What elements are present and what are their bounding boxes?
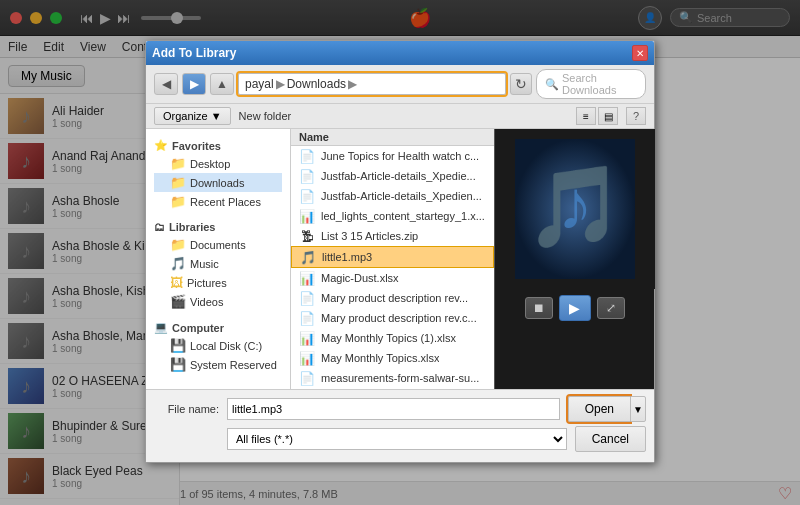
file-type-select[interactable]: All files (*.*) (227, 428, 567, 450)
breadcrumb-part1: payal (245, 77, 274, 91)
file-icon: 📊 (299, 350, 315, 366)
open-button[interactable]: Open (568, 396, 630, 422)
column-name: Name (299, 131, 329, 143)
folder-icon: 📁 (170, 175, 186, 190)
breadcrumb-part2: Downloads (287, 77, 346, 91)
new-folder-button[interactable]: New folder (239, 110, 292, 122)
file-name-label: File name: (154, 403, 219, 415)
hdd-icon: 💾 (170, 357, 186, 372)
tree-downloads[interactable]: 📁 Downloads (154, 173, 282, 192)
folder-icon: 🎵 (170, 256, 186, 271)
file-name: May Monthly Topics.xlsx (321, 352, 439, 364)
tree-desktop[interactable]: 📁 Desktop (154, 154, 282, 173)
folder-icon: 🎬 (170, 294, 186, 309)
open-btn-group: Open ▼ (568, 396, 646, 422)
file-item[interactable]: 📄 Justfab-Article-details_Xpedien... (291, 186, 494, 206)
file-item[interactable]: 📄 measurements-form-salwar-su... (291, 368, 494, 388)
file-name: Justfab-Article-details_Xpedien... (321, 190, 482, 202)
tree-item-label: System Reserved (190, 359, 277, 371)
star-icon: ⭐ (154, 139, 168, 152)
tree-recent[interactable]: 📁 Recent Places (154, 192, 282, 211)
file-icon: 📄 (299, 290, 315, 306)
preview-controls: ⏹ ▶ ⤢ (519, 289, 631, 327)
dialog-search-icon: 🔍 (545, 78, 559, 91)
preview-area: 🎵 ♪ ⏹ ▶ ⤢ (494, 129, 654, 389)
view-list-button[interactable]: ≡ (576, 107, 596, 125)
dialog-overlay: Add To Library ✕ ◀ ▶ ▲ payal ▶ Downloads… (0, 0, 800, 505)
preview-svg: 🎵 ♪ (515, 139, 635, 279)
cancel-button[interactable]: Cancel (575, 426, 646, 452)
file-name: little1.mp3 (322, 251, 372, 263)
computer-section: 💻 Computer 💾 Local Disk (C:) 💾 System Re… (146, 315, 290, 378)
footer-buttons: Open ▼ (568, 396, 646, 422)
file-name: June Topics for Health watch c... (321, 150, 479, 162)
search-box-dialog[interactable]: 🔍 Search Downloads (536, 69, 646, 99)
file-list-header: Name (291, 129, 494, 146)
preview-extra-button[interactable]: ⤢ (597, 297, 625, 319)
file-item[interactable]: 📄 Mary product description rev.c... (291, 308, 494, 328)
file-item[interactable]: 📊 May Monthly Topics.xlsx (291, 348, 494, 368)
file-item[interactable]: 📄 June Topics for Health watch c... (291, 146, 494, 166)
dialog-title-bar: Add To Library ✕ (146, 41, 654, 65)
cancel-buttons: Cancel (575, 426, 646, 452)
tree-item-label: Local Disk (C:) (190, 340, 262, 352)
itunes-window: ⏮ ▶ ⏭ 🍎 👤 🔍 Search File Edit View Contro… (0, 0, 800, 505)
tree-music[interactable]: 🎵 Music (154, 254, 282, 273)
breadcrumb-sep1: ▶ (276, 77, 285, 91)
folder-icon: 📁 (170, 156, 186, 171)
forward-button[interactable]: ▶ (182, 73, 206, 95)
back-button[interactable]: ◀ (154, 73, 178, 95)
tree-pictures[interactable]: 🖼 Pictures (154, 273, 282, 292)
file-name: List 3 15 Articles.zip (321, 230, 418, 242)
tree-item-label: Pictures (187, 277, 227, 289)
help-button[interactable]: ? (626, 107, 646, 125)
up-button[interactable]: ▲ (210, 73, 234, 95)
libraries-section: 🗂 Libraries 📁 Documents 🎵 Music 🖼 (146, 215, 290, 315)
favorites-header: ⭐ Favorites (154, 137, 282, 154)
svg-text:♪: ♪ (557, 166, 592, 244)
open-dropdown-button[interactable]: ▼ (630, 396, 646, 422)
file-item[interactable]: 📊 led_lights_content_startegy_1.x... (291, 206, 494, 226)
folder-icon: 📁 (170, 194, 186, 209)
breadcrumb-sep2: ▶ (348, 77, 357, 91)
file-item[interactable]: 📊 May Monthly Topics (1).xlsx (291, 328, 494, 348)
tree-system-reserved[interactable]: 💾 System Reserved (154, 355, 282, 374)
file-item[interactable]: 📄 Justfab-Article-details_Xpedie... (291, 166, 494, 186)
dialog-close-button[interactable]: ✕ (632, 45, 648, 61)
organize-button[interactable]: Organize ▼ (154, 107, 231, 125)
dialog-footer: File name: Open ▼ All files (*.*) (146, 389, 654, 462)
file-dialog: Add To Library ✕ ◀ ▶ ▲ payal ▶ Downloads… (145, 40, 655, 463)
preview-play-button[interactable]: ▶ (559, 295, 591, 321)
tree-videos[interactable]: 🎬 Videos (154, 292, 282, 311)
folder-icon: 🖼 (170, 275, 183, 290)
filename-row: File name: Open ▼ (154, 396, 646, 422)
preview-stop-button[interactable]: ⏹ (525, 297, 553, 319)
file-item[interactable]: 📄 Mary product description rev... (291, 288, 494, 308)
file-icon: 📊 (299, 330, 315, 346)
file-icon: 📄 (299, 168, 315, 184)
file-name: Magic-Dust.xlsx (321, 272, 399, 284)
file-item[interactable]: 🗜 List 3 15 Articles.zip (291, 226, 494, 246)
file-item[interactable]: 📊 Magic-Dust.xlsx (291, 268, 494, 288)
computer-header: 💻 Computer (154, 319, 282, 336)
organize-bar: Organize ▼ New folder ≡ ▤ ? (146, 104, 654, 129)
libraries-label: Libraries (169, 221, 215, 233)
file-item[interactable]: 🎵 little1.mp3 (291, 246, 494, 268)
favorites-section: ⭐ Favorites 📁 Desktop 📁 Downloads 📁 (146, 133, 290, 215)
file-name: Mary product description rev.c... (321, 312, 477, 324)
file-icon: 🗜 (299, 228, 315, 244)
tree-item-label: Desktop (190, 158, 230, 170)
refresh-button[interactable]: ↻ (510, 73, 532, 95)
tree-local-disk[interactable]: 💾 Local Disk (C:) (154, 336, 282, 355)
search-dialog-placeholder: Search Downloads (562, 72, 637, 96)
dialog-body: ⭐ Favorites 📁 Desktop 📁 Downloads 📁 (146, 129, 654, 389)
file-name-input[interactable] (227, 398, 560, 420)
tree-item-label: Downloads (190, 177, 244, 189)
tree-documents[interactable]: 📁 Documents (154, 235, 282, 254)
folder-icon: 📁 (170, 237, 186, 252)
favorites-label: Favorites (172, 140, 221, 152)
file-name: led_lights_content_startegy_1.x... (321, 210, 485, 222)
view-details-button[interactable]: ▤ (598, 107, 618, 125)
breadcrumb-bar[interactable]: payal ▶ Downloads ▶ (238, 73, 506, 95)
computer-icon: 💻 (154, 321, 168, 334)
